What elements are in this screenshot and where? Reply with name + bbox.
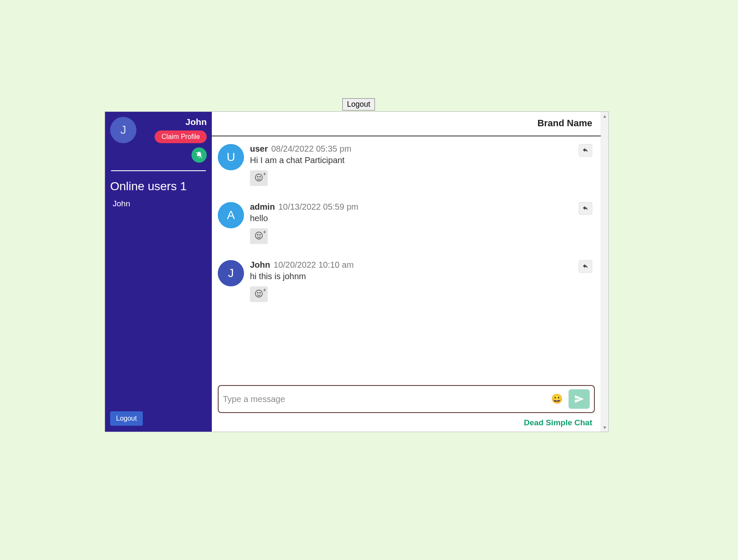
plus-icon: + xyxy=(263,229,266,235)
online-users-label: Online users xyxy=(110,180,177,193)
sidebar-divider xyxy=(111,170,206,171)
reply-button[interactable] xyxy=(579,144,592,157)
message-header: John10/20/2022 10:10 am xyxy=(250,260,592,270)
composer-area: 😀 xyxy=(212,381,601,416)
online-users-list: John xyxy=(110,197,207,210)
reply-icon xyxy=(582,147,589,155)
emoji-picker-button[interactable]: 😀 xyxy=(549,392,564,406)
notification-mute-button[interactable] xyxy=(191,147,207,163)
reply-button[interactable] xyxy=(579,202,592,215)
chat-widget: J John Claim Profile Online users 1 John… xyxy=(105,111,609,432)
message-timestamp: 10/13/2022 05:59 pm xyxy=(278,202,358,212)
message-author: John xyxy=(250,260,270,270)
profile-name: John xyxy=(186,117,207,127)
sidebar: J John Claim Profile Online users 1 John… xyxy=(105,112,212,432)
message-text: Hi I am a chat Participant xyxy=(250,155,592,165)
plus-icon: + xyxy=(263,287,266,293)
send-button[interactable] xyxy=(569,389,590,409)
add-reaction-button[interactable]: + xyxy=(250,286,268,302)
svg-point-4 xyxy=(255,232,263,239)
sidebar-logout-button[interactable]: Logout xyxy=(110,411,143,426)
send-icon xyxy=(574,394,584,404)
reply-icon xyxy=(582,263,589,271)
message-author: user xyxy=(250,144,268,154)
message: JJohn10/20/2022 10:10 amhi this is johnm… xyxy=(218,260,592,302)
message: Aadmin10/13/2022 05:59 pmhello+ xyxy=(218,202,592,244)
chat-header: Brand Name xyxy=(212,112,601,136)
svg-point-8 xyxy=(257,292,258,293)
smile-icon xyxy=(254,289,264,299)
svg-point-5 xyxy=(257,234,258,235)
message-body: user08/24/2022 05:35 pmHi I am a chat Pa… xyxy=(250,144,592,186)
message-timestamp: 08/24/2022 05:35 pm xyxy=(271,144,351,154)
claim-profile-button[interactable]: Claim Profile xyxy=(155,130,207,143)
scroll-up-icon[interactable]: ▲ xyxy=(602,114,607,119)
message-input[interactable] xyxy=(223,394,545,404)
message-text: hi this is johnm xyxy=(250,272,592,281)
add-reaction-button[interactable]: + xyxy=(250,170,268,186)
svg-point-9 xyxy=(260,292,261,293)
scrollbar[interactable]: ▲ ▼ xyxy=(601,112,608,432)
smile-icon: 😀 xyxy=(551,394,563,404)
footer: Dead Simple Chat xyxy=(212,416,601,432)
message: Uuser08/24/2022 05:35 pmHi I am a chat P… xyxy=(218,144,592,186)
smile-icon xyxy=(254,173,264,183)
message-avatar[interactable]: A xyxy=(218,202,244,228)
message-header: admin10/13/2022 05:59 pm xyxy=(250,202,592,212)
smile-icon xyxy=(254,231,264,241)
message-composer: 😀 xyxy=(218,385,595,413)
messages-list[interactable]: Uuser08/24/2022 05:35 pmHi I am a chat P… xyxy=(212,136,601,381)
message-header: user08/24/2022 05:35 pm xyxy=(250,144,592,154)
reply-button[interactable] xyxy=(579,260,592,273)
bell-slash-icon xyxy=(195,151,203,159)
scroll-down-icon[interactable]: ▼ xyxy=(602,425,607,430)
message-timestamp: 10/20/2022 10:10 am xyxy=(274,260,354,270)
message-text: hello xyxy=(250,213,592,223)
svg-point-2 xyxy=(257,176,258,177)
message-author: admin xyxy=(250,202,275,212)
svg-point-1 xyxy=(255,174,263,181)
message-avatar[interactable]: J xyxy=(218,260,244,286)
profile-avatar[interactable]: J xyxy=(110,117,136,143)
brand-name: Brand Name xyxy=(537,118,592,128)
online-users-title: Online users 1 xyxy=(110,180,207,193)
message-avatar[interactable]: U xyxy=(218,144,244,170)
footer-brand-link[interactable]: Dead Simple Chat xyxy=(524,418,592,427)
message-body: John10/20/2022 10:10 amhi this is johnm+ xyxy=(250,260,592,302)
profile-details: John Claim Profile xyxy=(141,117,207,163)
svg-point-6 xyxy=(260,234,261,235)
svg-point-7 xyxy=(255,290,263,297)
svg-point-3 xyxy=(260,176,261,177)
online-user-item[interactable]: John xyxy=(113,197,207,210)
reply-icon xyxy=(582,205,589,213)
message-body: admin10/13/2022 05:59 pmhello+ xyxy=(250,202,592,244)
chat-main: Brand Name Uuser08/24/2022 05:35 pmHi I … xyxy=(212,112,601,432)
online-users-count: 1 xyxy=(180,180,187,193)
profile-section: J John Claim Profile xyxy=(110,117,207,163)
add-reaction-button[interactable]: + xyxy=(250,228,268,244)
plus-icon: + xyxy=(263,171,266,177)
top-logout-button[interactable]: Logout xyxy=(342,98,375,111)
